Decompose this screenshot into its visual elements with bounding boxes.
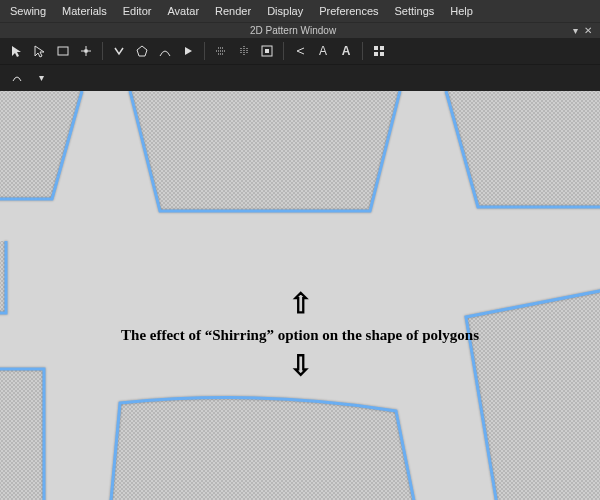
tool-a-icon[interactable] [8, 68, 26, 86]
menu-help[interactable]: Help [450, 5, 473, 17]
pattern-piece-top-right[interactable] [446, 91, 600, 207]
window-title-bar: 2D Pattern Window ▾ ✕ [0, 22, 600, 38]
text-a-icon[interactable]: A [314, 42, 332, 60]
menu-avatar[interactable]: Avatar [167, 5, 199, 17]
menu-editor[interactable]: Editor [123, 5, 152, 17]
pointer-icon[interactable] [8, 42, 26, 60]
svg-rect-0 [58, 47, 68, 55]
pattern-piece-bottom-center[interactable] [110, 398, 416, 500]
tool-b-icon[interactable]: ▾ [32, 68, 50, 86]
main-toolbar: A A [0, 38, 600, 65]
window-title: 2D Pattern Window [250, 25, 336, 36]
chevron-icon[interactable] [110, 42, 128, 60]
menu-bar: Sewing Materials Editor Avatar Render Di… [0, 0, 600, 22]
2d-pattern-viewport[interactable]: ⇧ The effect of “Shirring” option on the… [0, 91, 600, 500]
close-icon[interactable]: ✕ [584, 25, 592, 36]
grid-icon[interactable] [370, 42, 388, 60]
fit-icon[interactable] [258, 42, 276, 60]
pattern-piece-bottom-right[interactable] [466, 287, 600, 500]
menu-display[interactable]: Display [267, 5, 303, 17]
viewport-annotation: The effect of “Shirring” option on the s… [121, 327, 479, 344]
svg-rect-7 [380, 52, 384, 56]
svg-point-1 [84, 49, 88, 53]
menu-settings[interactable]: Settings [395, 5, 435, 17]
direct-select-icon[interactable] [31, 42, 49, 60]
menu-preferences[interactable]: Preferences [319, 5, 378, 17]
menu-render[interactable]: Render [215, 5, 251, 17]
menu-sewing[interactable]: Sewing [10, 5, 46, 17]
pattern-piece-bottom-left[interactable] [0, 369, 44, 500]
pattern-piece-top-left[interactable] [0, 91, 82, 199]
menu-materials[interactable]: Materials [62, 5, 107, 17]
text-a-bold-icon[interactable]: A [337, 42, 355, 60]
polygon-icon[interactable] [133, 42, 151, 60]
align-h-icon[interactable] [212, 42, 230, 60]
play-icon[interactable] [179, 42, 197, 60]
rectangle-icon[interactable] [54, 42, 72, 60]
arrow-down-icon: ⇩ [289, 349, 312, 382]
svg-rect-2 [262, 46, 272, 56]
svg-rect-6 [374, 52, 378, 56]
secondary-toolbar: ▾ [0, 65, 600, 91]
svg-rect-5 [380, 46, 384, 50]
curve-icon[interactable] [156, 42, 174, 60]
add-point-icon[interactable] [77, 42, 95, 60]
pattern-piece-mid-left[interactable] [0, 241, 6, 313]
svg-rect-3 [265, 49, 269, 53]
arrow-up-icon: ⇧ [289, 287, 312, 320]
arrow-left-icon[interactable] [291, 42, 309, 60]
align-v-icon[interactable] [235, 42, 253, 60]
svg-rect-4 [374, 46, 378, 50]
pattern-piece-top-center[interactable] [130, 91, 400, 211]
dropdown-icon[interactable]: ▾ [573, 25, 578, 36]
